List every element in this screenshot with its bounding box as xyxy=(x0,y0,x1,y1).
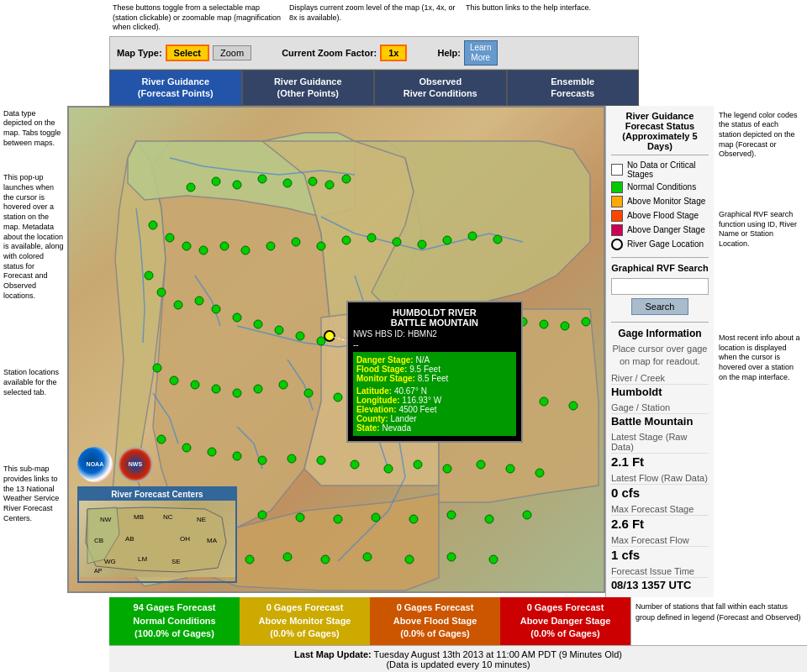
svg-point-94 xyxy=(363,553,372,561)
status-flood-line1: 0 Gages Forecast xyxy=(374,601,496,614)
gage-info-title: Gage Information xyxy=(611,328,709,339)
status-monitor-line1: 0 Gages Forecast xyxy=(244,601,366,614)
update-value: Tuesday August 13th 2013 at 11:00 AM PDT… xyxy=(374,649,622,659)
svg-point-85 xyxy=(409,515,418,523)
gage-info-desc: Place cursor over gageon map for readout… xyxy=(611,343,709,369)
zoom-button[interactable]: Zoom xyxy=(213,45,251,60)
svg-point-77 xyxy=(535,469,544,477)
stage-label: Latest Stage (Raw Data) xyxy=(611,432,709,454)
noaa-logo: NOAA xyxy=(77,447,113,482)
svg-point-19 xyxy=(367,234,376,242)
popup-state: State: Nevada xyxy=(356,423,513,433)
legend-monitor: Above Monitor Stage xyxy=(611,196,709,207)
status-flood: 0 Gages Forecast Above Flood Stage (0.0%… xyxy=(370,597,500,644)
learn-more-button[interactable]: LearnMore xyxy=(464,40,498,66)
sub-map-title: River Forecast Centers xyxy=(79,488,235,501)
svg-point-8 xyxy=(342,175,351,183)
tab-river-guidance-other[interactable]: River Guidance(Other Points) xyxy=(242,70,375,106)
tab-ensemble-forecasts[interactable]: EnsembleForecasts xyxy=(507,70,640,106)
svg-point-51 xyxy=(233,389,241,397)
status-bar-row: 94 Gages Forecast Normal Conditions (100… xyxy=(109,597,807,644)
svg-point-13 xyxy=(220,242,229,250)
svg-point-26 xyxy=(157,288,166,297)
svg-point-81 xyxy=(258,511,266,519)
svg-point-88 xyxy=(523,511,531,519)
flow-label: Latest Flow (Raw Data) xyxy=(611,473,709,485)
svg-text:WG: WG xyxy=(104,558,116,565)
station-label: Gage / Station xyxy=(611,402,709,414)
max-flow-label: Max Forecast Flow xyxy=(611,535,709,547)
popup-flood: Flood Stage: 9.5 Feet xyxy=(356,365,513,374)
legend-normal: Normal Conditions xyxy=(611,181,709,193)
svg-point-44 xyxy=(540,320,548,328)
svg-point-84 xyxy=(372,513,380,522)
svg-point-68 xyxy=(258,456,266,465)
zoom-factor-label: Current Zoom Factor: xyxy=(282,48,377,58)
map-popup: HUMBOLDT RIVER BATTLE MOUNTAIN NWS HBS I… xyxy=(346,301,523,443)
svg-point-46 xyxy=(582,318,590,326)
map-area[interactable]: HUMBOLDT RIVER BATTLE MOUNTAIN NWS HBS I… xyxy=(67,106,605,593)
max-stage-value: 2.6 Ft xyxy=(611,516,709,532)
main-row: Data type depicted on the map. Tabs togg… xyxy=(0,106,807,598)
svg-point-31 xyxy=(254,320,262,328)
popup-info-green: Danger Stage: N/A Flood Stage: 9.5 Feet … xyxy=(353,352,516,436)
select-button[interactable]: Select xyxy=(166,45,209,61)
svg-point-92 xyxy=(283,553,292,561)
search-button[interactable]: Search xyxy=(631,298,689,315)
svg-point-91 xyxy=(245,555,254,564)
legend-no-data: No Data or Critical Stages xyxy=(611,160,709,179)
status-annotation: Number of stations that fall within each… xyxy=(630,597,807,644)
top-ann-1: These buttons toggle from a selectable m… xyxy=(109,2,286,34)
svg-point-14 xyxy=(241,246,250,255)
left-ann-1: Data type depicted on the map. Tabs togg… xyxy=(3,109,64,149)
search-input[interactable] xyxy=(611,278,709,295)
status-flood-line2: Above Flood Stage xyxy=(374,615,496,627)
svg-text:NC: NC xyxy=(163,513,173,521)
svg-point-1 xyxy=(187,183,195,192)
svg-point-6 xyxy=(309,177,317,186)
svg-point-82 xyxy=(296,513,304,522)
svg-point-93 xyxy=(321,555,330,564)
svg-point-86 xyxy=(447,511,456,519)
status-normal-line1: 94 Gages Forecast xyxy=(113,601,235,614)
svg-point-5 xyxy=(283,179,292,187)
svg-point-24 xyxy=(493,235,502,244)
issue-label: Forecast Issue Time xyxy=(611,566,709,578)
svg-point-11 xyxy=(182,242,191,250)
river-value: Humboldt xyxy=(611,385,709,399)
svg-point-23 xyxy=(468,232,477,240)
update-label: Last Map Update: xyxy=(294,649,372,659)
sub-map-svg: NW MB NC NE CB AB OH MA WG LM SE AP xyxy=(79,501,239,577)
svg-point-65 xyxy=(182,444,191,452)
svg-text:SE: SE xyxy=(171,558,181,565)
sub-map[interactable]: River Forecast Centers NW MB NC NE CB AB… xyxy=(77,486,237,583)
status-normal-line2: Normal Conditions xyxy=(113,615,235,627)
status-monitor-line3: (0.0% of Gages) xyxy=(244,627,366,640)
svg-point-21 xyxy=(418,240,426,249)
search-title: Graphical RVF Search xyxy=(611,263,709,273)
status-danger-line1: 0 Gages Forecast xyxy=(504,601,626,614)
svg-point-9 xyxy=(149,221,157,229)
left-ann-4: This sub-map provides links to the 13 Na… xyxy=(3,465,64,523)
popup-title: HUMBOLDT RIVER BATTLE MOUNTAIN xyxy=(353,307,516,328)
search-section: Graphical RVF Search Search xyxy=(611,257,709,315)
svg-point-76 xyxy=(506,465,514,473)
legend-danger: Above Danger Stage xyxy=(611,224,709,236)
popup-dash: -- xyxy=(353,340,516,349)
right-ann-3: Most recent info about a location is dis… xyxy=(719,333,802,382)
svg-point-55 xyxy=(334,393,342,402)
svg-point-3 xyxy=(233,181,241,189)
tab-observed-conditions[interactable]: ObservedRiver Conditions xyxy=(374,70,507,106)
popup-lat: Latitude: 40.67° N xyxy=(356,386,513,396)
popup-lon: Longitude: 116.93° W xyxy=(356,396,513,405)
tab-river-guidance-forecast[interactable]: River Guidance(Forecast Points) xyxy=(109,70,242,106)
svg-point-47 xyxy=(153,364,161,372)
svg-point-45 xyxy=(561,322,569,330)
svg-point-72 xyxy=(384,465,393,473)
svg-point-63 xyxy=(569,402,578,410)
svg-point-15 xyxy=(266,242,275,250)
svg-point-16 xyxy=(292,238,300,246)
controls-bar: Map Type: Select Zoom Current Zoom Facto… xyxy=(109,36,639,70)
status-normal: 94 Gages Forecast Normal Conditions (100… xyxy=(109,597,240,644)
popup-county: County: Lander xyxy=(356,414,513,423)
